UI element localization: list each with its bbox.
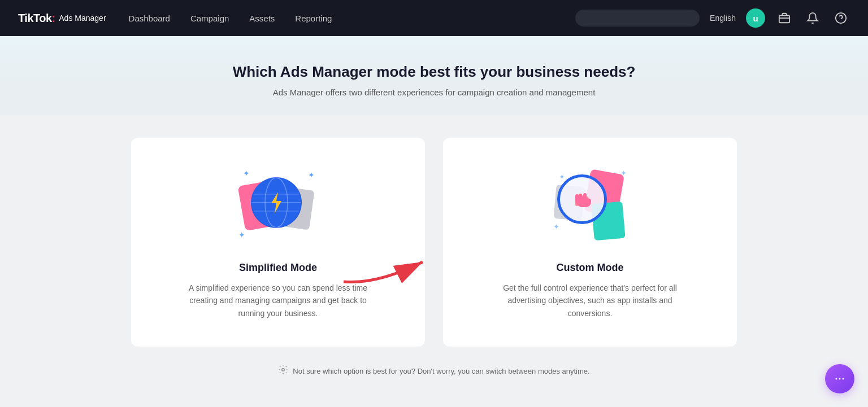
avatar[interactable]: u <box>746 8 765 28</box>
custom-mode-desc: Get the full control experience that's p… <box>494 282 686 320</box>
bell-icon[interactable] <box>804 9 822 27</box>
svg-point-17 <box>282 369 285 371</box>
lightning-bolt <box>267 191 286 215</box>
custom-illustration: ✦ ✦ ✦ <box>545 160 635 251</box>
search-input[interactable] <box>575 10 700 27</box>
language-selector[interactable]: English <box>710 14 736 23</box>
help-icon[interactable] <box>832 9 850 27</box>
hero-subtitle: Ads Manager offers two different experie… <box>0 87 868 97</box>
navbar: TikTok: Ads Manager Dashboard Campaign A… <box>0 0 868 36</box>
nav-links: Dashboard Campaign Assets Reporting <box>129 14 553 23</box>
si-circle <box>251 177 302 228</box>
svg-point-20 <box>843 378 844 380</box>
main-content: ✦ ✦ ✦ Simplified Mode A simplified exper… <box>0 115 868 407</box>
chat-button[interactable] <box>825 364 854 393</box>
hero-section: Which Ads Manager mode best fits your bu… <box>0 36 868 115</box>
cu-sparkle-icon-2: ✦ <box>553 222 559 231</box>
cu-sparkle-icon-1: ✦ <box>620 169 627 177</box>
svg-point-18 <box>836 378 837 380</box>
custom-mode-title: Custom Mode <box>557 262 624 274</box>
cu-circle <box>557 174 607 224</box>
footer-note-text: Not sure which option is best for you? D… <box>293 367 589 375</box>
cu-sparkle-icon-3: ✦ <box>559 173 565 181</box>
brand-tiktok-text: TikTok <box>18 12 52 25</box>
cards-container: ✦ ✦ ✦ Simplified Mode A simplified exper… <box>0 138 868 347</box>
hand-pointer-icon <box>568 184 596 212</box>
brand-logo[interactable]: TikTok: Ads Manager <box>18 12 106 25</box>
brand-colon: : <box>52 12 56 25</box>
svg-point-19 <box>839 378 841 380</box>
nav-assets[interactable]: Assets <box>249 14 275 23</box>
simplified-mode-desc: A simplified experience so you can spend… <box>182 282 374 320</box>
svg-marker-10 <box>271 192 281 213</box>
navbar-right: English u <box>575 8 850 28</box>
simplified-illustration: ✦ ✦ ✦ <box>233 160 323 251</box>
svg-rect-0 <box>779 15 789 23</box>
nav-reporting[interactable]: Reporting <box>295 14 332 23</box>
nav-campaign[interactable]: Campaign <box>190 14 229 23</box>
brand-ads-text: Ads Manager <box>59 14 106 23</box>
simplified-mode-card[interactable]: ✦ ✦ ✦ Simplified Mode A simplified exper… <box>131 138 425 347</box>
briefcase-icon[interactable] <box>775 9 793 27</box>
sparkle-icon-3: ✦ <box>308 170 315 180</box>
hero-title: Which Ads Manager mode best fits your bu… <box>0 63 868 81</box>
simplified-mode-title: Simplified Mode <box>239 262 317 274</box>
sparkle-icon-2: ✦ <box>238 230 245 239</box>
footer-note: Not sure which option is best for you? D… <box>0 365 868 377</box>
sparkle-icon-1: ✦ <box>243 169 250 178</box>
lightbulb-icon <box>278 365 288 377</box>
nav-dashboard[interactable]: Dashboard <box>129 14 170 23</box>
custom-mode-card[interactable]: ✦ ✦ ✦ Custom Mode Get the full control e… <box>443 138 737 347</box>
